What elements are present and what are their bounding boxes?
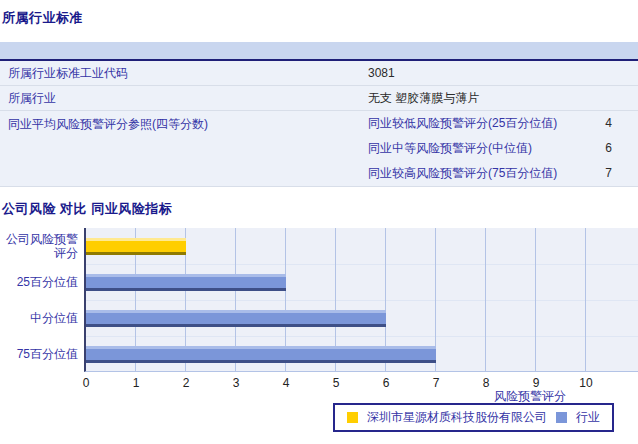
bar-industry-1 <box>86 274 286 291</box>
bar-industry-2 <box>86 310 386 327</box>
x-tick-label: 3 <box>233 376 240 390</box>
chart-legend: 深圳市星源材质科技股份有限公司 行业 <box>333 403 614 432</box>
chart-category-labels: 公司风险预警评分 25百分位值 中分位值 75百分位值 <box>0 228 80 372</box>
x-tick-label: 8 <box>483 376 490 390</box>
gridline <box>585 228 586 371</box>
band-separator <box>86 336 638 337</box>
subrow-label-low-risk: 同业较低风险预警评分(25百分位值) <box>360 111 588 136</box>
plot-area <box>84 228 638 372</box>
row-label-industry-code: 所属行业标准工业代码 <box>0 61 360 85</box>
band-separator <box>86 264 638 265</box>
subrow-label-high-risk: 同业较高风险预警评分(75百分位值) <box>360 161 588 186</box>
category-label-p25: 25百分位值 <box>0 264 80 300</box>
subrow-value-low-risk: 4 <box>588 111 638 136</box>
row-label-peer-average: 同业平均风险预警评分参照(四等分数) <box>0 111 360 186</box>
table-subrow: 同业较低风险预警评分(25百分位值) 4 <box>360 111 638 136</box>
subrow-value-medium-risk: 6 <box>588 136 638 161</box>
legend-swatch-industry <box>556 412 567 423</box>
gridline <box>485 228 486 371</box>
section-title-industry-standard: 所属行业标准 <box>2 9 83 27</box>
report-page: 所属行业标准 所属行业标准工业代码 3081 所属行业 无支 塑胶薄膜与薄片 同… <box>0 0 638 444</box>
industry-standard-table: 所属行业标准工业代码 3081 所属行业 无支 塑胶薄膜与薄片 同业平均风险预警… <box>0 42 638 187</box>
table-row: 所属行业 无支 塑胶薄膜与薄片 <box>0 86 638 111</box>
row-value-industry: 无支 塑胶薄膜与薄片 <box>360 86 638 110</box>
row-label-industry: 所属行业 <box>0 86 360 110</box>
legend-label-company: 深圳市星源材质科技股份有限公司 <box>367 409 547 426</box>
x-tick-label: 0 <box>83 376 90 390</box>
x-tick-label: 1 <box>133 376 140 390</box>
table-row: 所属行业标准工业代码 3081 <box>0 61 638 86</box>
x-tick-label: 10 <box>579 376 592 390</box>
category-label-median: 中分位值 <box>0 300 80 336</box>
x-tick-label: 2 <box>183 376 190 390</box>
table-subrow: 同业较高风险预警评分(75百分位值) 7 <box>360 161 638 186</box>
legend-swatch-company <box>347 412 358 423</box>
legend-label-industry: 行业 <box>576 409 600 426</box>
x-tick-label: 9 <box>533 376 540 390</box>
category-label-company-score: 公司风险预警评分 <box>0 228 80 264</box>
band-separator <box>86 300 638 301</box>
x-tick-label: 7 <box>433 376 440 390</box>
peer-score-subrows: 同业较低风险预警评分(25百分位值) 4 同业中等风险预警评分(中位值) 6 同… <box>360 111 638 186</box>
table-header-band <box>0 42 638 61</box>
subrow-value-high-risk: 7 <box>588 161 638 186</box>
row-value-industry-code: 3081 <box>360 61 638 85</box>
subrow-label-medium-risk: 同业中等风险预警评分(中位值) <box>360 136 588 161</box>
category-label-p75: 75百分位值 <box>0 336 80 372</box>
x-tick-label: 6 <box>383 376 390 390</box>
x-tick-label: 5 <box>333 376 340 390</box>
risk-comparison-chart: 公司风险预警评分 25百分位值 中分位值 75百分位值 风险预警评分 深圳市星源… <box>0 220 638 444</box>
section-title-risk-comparison: 公司风险 对比 同业风险指标 <box>2 200 172 218</box>
bar-industry-3 <box>86 346 436 363</box>
gridline <box>535 228 536 371</box>
table-row-peer-scores: 同业平均风险预警评分参照(四等分数) 同业较低风险预警评分(25百分位值) 4 … <box>0 111 638 187</box>
table-subrow: 同业中等风险预警评分(中位值) 6 <box>360 136 638 161</box>
x-tick-label: 4 <box>283 376 290 390</box>
bar-company-0 <box>86 238 186 255</box>
